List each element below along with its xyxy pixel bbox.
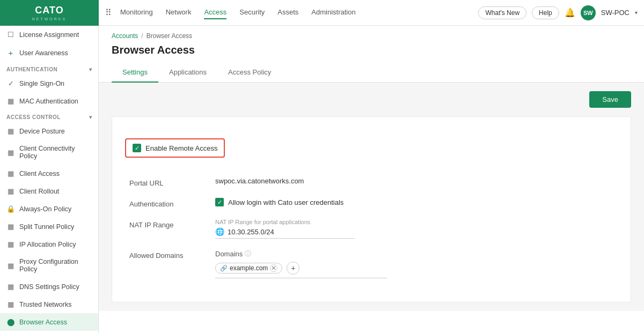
remove-domain-button[interactable]: ✕	[270, 264, 277, 272]
access-control-section-label: ACCESS CONTROL	[6, 114, 61, 120]
client-rollout-icon: ▦	[6, 187, 15, 195]
license-icon: ☐	[6, 31, 15, 39]
trusted-networks-icon: ▦	[6, 300, 15, 308]
sidebar-item-user-awareness[interactable]: + User Awareness	[0, 43, 98, 62]
save-button[interactable]: Save	[589, 91, 631, 108]
notification-icon[interactable]: 🔔	[565, 8, 575, 18]
enable-remote-checkbox[interactable]: ✓	[133, 144, 141, 152]
access-control-chevron-icon[interactable]: ▾	[89, 114, 92, 120]
dns-settings-icon: ▦	[6, 283, 15, 291]
always-on-icon: 🔒	[6, 205, 15, 213]
portal-url-text: swpoc.via.catonetworks.com	[215, 177, 304, 185]
domain-text: example.com	[230, 264, 268, 272]
tab-access-policy[interactable]: Access Policy	[217, 63, 282, 83]
nav-administration[interactable]: Administration	[311, 6, 355, 19]
allowed-domains-label: Allowed Domains	[129, 249, 215, 260]
nav-network[interactable]: Network	[166, 6, 192, 19]
sidebar-item-mac-auth[interactable]: ▦ MAC Authentication	[0, 92, 98, 110]
sidebar-section-access-control: ACCESS CONTROL ▾	[0, 110, 98, 122]
sidebar-item-client-access[interactable]: ▦ Client Access	[0, 165, 98, 182]
add-domain-button[interactable]: +	[287, 262, 299, 275]
auth-text: Allow login with Cato user credentials	[228, 198, 343, 206]
domains-row: 🔗 example.com ✕ +	[215, 262, 387, 278]
checkmark-icon: ✓	[135, 145, 140, 152]
content-area: Accounts / Browser Access Browser Access…	[99, 26, 644, 333]
page-title: Browser Access	[99, 42, 644, 63]
sidebar-item-license-assignment[interactable]: ☐ License Assignment	[0, 26, 98, 43]
logo: CATO NETWORKS	[32, 5, 67, 21]
save-row: Save	[112, 91, 631, 108]
sidebar-label-ip-allocation: IP Allocation Policy	[19, 241, 76, 248]
whats-new-button[interactable]: What's New	[478, 6, 526, 19]
breadcrumb-current: Browser Access	[147, 32, 192, 40]
network-icon: 🌐	[215, 227, 224, 236]
sidebar-label-client-connectivity: Client Connectivity Policy	[19, 145, 92, 160]
auth-checkmark-icon: ✓	[217, 199, 222, 206]
tab-settings[interactable]: Settings	[112, 63, 158, 83]
sidebar-label-license: License Assignment	[19, 31, 79, 39]
sidebar-label-trusted-networks: Trusted Networks	[19, 301, 71, 308]
sidebar-label-dns-settings: DNS Settings Policy	[19, 283, 79, 291]
nat-ip-label: NAT IP Range	[129, 219, 215, 229]
logo-area: CATO NETWORKS	[0, 0, 99, 26]
nat-ip-row: NAT IP Range NAT IP Range for portal app…	[129, 219, 618, 239]
nav-monitoring[interactable]: Monitoring	[120, 6, 153, 19]
form-card: ✓ Enable Remote Access Portal URL swpoc.…	[112, 116, 631, 302]
sidebar-label-split-tunnel: Split Tunnel Policy	[19, 223, 74, 231]
breadcrumb: Accounts / Browser Access	[99, 26, 644, 42]
tabs: Settings Applications Access Policy	[99, 63, 644, 83]
sidebar-item-device-posture[interactable]: ▦ Device Posture	[0, 122, 98, 140]
client-connectivity-icon: ▦	[6, 149, 15, 157]
breadcrumb-separator: /	[141, 32, 143, 40]
enable-remote-section: ✓ Enable Remote Access	[125, 130, 618, 177]
client-access-icon: ▦	[6, 169, 15, 177]
auth-section-label: AUTHENTICATION	[6, 66, 57, 72]
sidebar-item-proxy-config[interactable]: ▦ Proxy Configuration Policy	[0, 253, 98, 278]
sidebar-item-dns-settings[interactable]: ▦ DNS Settings Policy	[0, 278, 98, 295]
main-layout: ☐ License Assignment + User Awareness AU…	[0, 26, 644, 333]
nav-security[interactable]: Security	[239, 6, 265, 19]
sidebar-item-client-connectivity[interactable]: ▦ Client Connectivity Policy	[0, 140, 98, 165]
sidebar-item-ip-allocation[interactable]: ▦ IP Allocation Policy	[0, 235, 98, 253]
ip-allocation-icon: ▦	[6, 240, 15, 248]
add-icon: +	[6, 48, 15, 57]
sidebar-section-authentication: AUTHENTICATION ▾	[0, 62, 98, 75]
sidebar-item-browser-access[interactable]: ⬤ Browser Access	[0, 313, 98, 331]
link-icon: 🔗	[220, 265, 228, 272]
nav-right: What's New Help 🔔 SW SW-POC ▾	[478, 5, 638, 20]
grid-icon[interactable]: ⠿	[105, 8, 112, 18]
sidebar-item-sso[interactable]: ✓ Single Sign-On	[0, 75, 98, 92]
content-inner: Accounts / Browser Access Browser Access…	[99, 26, 644, 333]
portal-url-label: Portal URL	[129, 177, 215, 187]
nat-ip-sublabel: NAT IP Range for portal applications	[215, 219, 618, 225]
domains-label-text: Domains	[215, 250, 243, 258]
sidebar-label-client-access: Client Access	[19, 170, 60, 177]
sidebar-item-always-on[interactable]: 🔒 Always-On Policy	[0, 200, 98, 218]
portal-url-row: Portal URL swpoc.via.catonetworks.com	[129, 177, 618, 187]
auth-chevron-icon[interactable]: ▾	[89, 66, 92, 72]
domain-tag: 🔗 example.com ✕	[215, 263, 282, 273]
nav-assets[interactable]: Assets	[277, 6, 298, 19]
avatar[interactable]: SW	[581, 5, 596, 20]
sidebar-item-trusted-networks[interactable]: ▦ Trusted Networks	[0, 295, 98, 313]
nav-access[interactable]: Access	[204, 6, 226, 19]
sidebar-item-client-rollout[interactable]: ▦ Client Rollout	[0, 182, 98, 200]
sidebar-label-sso: Single Sign-On	[19, 80, 64, 87]
sidebar-item-split-tunnel[interactable]: ▦ Split Tunnel Policy	[0, 218, 98, 235]
authentication-row: Authentication ✓ Allow login with Cato u…	[129, 198, 618, 208]
enable-remote-toggle[interactable]: ✓ Enable Remote Access	[125, 138, 225, 158]
sidebar-label-device-posture: Device Posture	[19, 128, 65, 135]
breadcrumb-parent[interactable]: Accounts	[112, 32, 138, 40]
tab-applications[interactable]: Applications	[158, 63, 217, 83]
account-name[interactable]: SW-POC	[601, 9, 630, 17]
enable-remote-label: Enable Remote Access	[145, 144, 217, 152]
help-button[interactable]: Help	[532, 6, 559, 19]
split-tunnel-icon: ▦	[6, 223, 15, 231]
sidebar-label-browser-access: Browser Access	[19, 319, 67, 326]
nav-links: Monitoring Network Access Security Asset…	[120, 6, 478, 19]
sidebar-label-proxy-config: Proxy Configuration Policy	[19, 258, 92, 273]
auth-checkbox[interactable]: ✓	[215, 198, 224, 206]
chevron-down-icon[interactable]: ▾	[635, 10, 638, 16]
help-icon[interactable]: ⓘ	[245, 249, 251, 258]
auth-row: ✓ Allow login with Cato user credentials	[215, 198, 618, 206]
